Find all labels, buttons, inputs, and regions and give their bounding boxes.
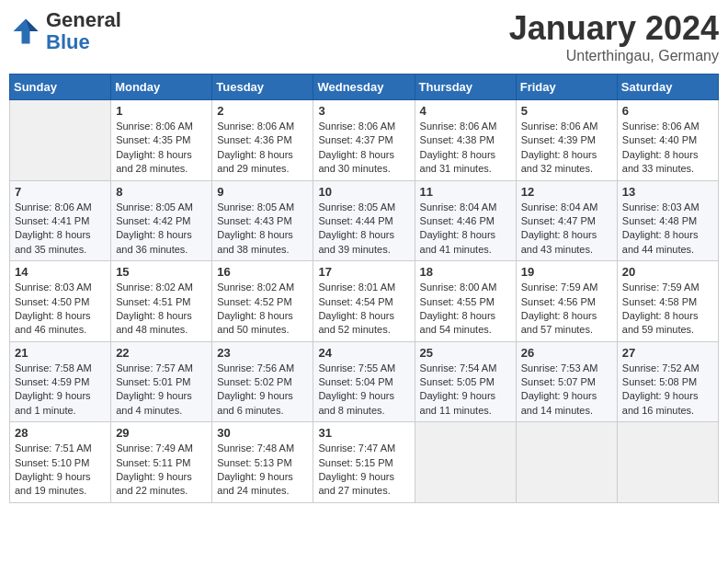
day-info: Sunrise: 8:06 AMSunset: 4:35 PMDaylight:… (116, 120, 207, 177)
day-number: 18 (420, 265, 511, 279)
calendar-cell: 23Sunrise: 7:56 AMSunset: 5:02 PMDayligh… (212, 341, 313, 422)
calendar-cell: 28Sunrise: 7:51 AMSunset: 5:10 PMDayligh… (10, 422, 111, 503)
day-number: 22 (116, 346, 207, 360)
day-info: Sunrise: 8:05 AMSunset: 4:43 PMDaylight:… (217, 201, 308, 258)
day-number: 19 (521, 265, 612, 279)
day-number: 9 (217, 185, 308, 199)
day-number: 29 (116, 426, 207, 440)
calendar-cell: 10Sunrise: 8:05 AMSunset: 4:44 PMDayligh… (313, 180, 415, 261)
day-info: Sunrise: 8:05 AMSunset: 4:44 PMDaylight:… (318, 201, 409, 258)
day-number: 25 (420, 346, 511, 360)
calendar-cell (10, 100, 111, 181)
day-number: 3 (318, 104, 409, 118)
day-number: 16 (217, 265, 308, 279)
month-title: January 2024 (509, 9, 719, 48)
header-friday: Friday (516, 75, 617, 100)
day-info: Sunrise: 8:06 AMSunset: 4:37 PMDaylight:… (318, 120, 409, 177)
day-number: 27 (622, 346, 713, 360)
day-info: Sunrise: 8:05 AMSunset: 4:42 PMDaylight:… (116, 201, 207, 258)
calendar-cell: 15Sunrise: 8:02 AMSunset: 4:51 PMDayligh… (111, 261, 212, 342)
calendar-cell: 14Sunrise: 8:03 AMSunset: 4:50 PMDayligh… (10, 261, 111, 342)
calendar-cell (617, 422, 718, 503)
day-number: 11 (420, 185, 511, 199)
calendar-cell: 19Sunrise: 7:59 AMSunset: 4:56 PMDayligh… (516, 261, 617, 342)
header-wednesday: Wednesday (313, 75, 415, 100)
logo-blue: Blue (46, 30, 90, 53)
day-info: Sunrise: 7:49 AMSunset: 5:11 PMDaylight:… (116, 442, 207, 499)
day-info: Sunrise: 7:51 AMSunset: 5:10 PMDaylight:… (15, 442, 106, 499)
calendar-cell: 2Sunrise: 8:06 AMSunset: 4:36 PMDaylight… (212, 100, 313, 181)
calendar-cell: 5Sunrise: 8:06 AMSunset: 4:39 PMDaylight… (516, 100, 617, 181)
calendar-cell: 13Sunrise: 8:03 AMSunset: 4:48 PMDayligh… (617, 180, 718, 261)
title-block: January 2024 Unterthingau, Germany (509, 9, 719, 64)
day-number: 7 (15, 185, 106, 199)
day-number: 15 (116, 265, 207, 279)
calendar-table: SundayMondayTuesdayWednesdayThursdayFrid… (9, 74, 719, 503)
day-info: Sunrise: 7:59 AMSunset: 4:56 PMDaylight:… (521, 281, 612, 338)
day-info: Sunrise: 8:03 AMSunset: 4:48 PMDaylight:… (622, 201, 713, 258)
day-info: Sunrise: 7:53 AMSunset: 5:07 PMDaylight:… (521, 362, 612, 419)
day-info: Sunrise: 8:02 AMSunset: 4:52 PMDaylight:… (217, 281, 308, 338)
calendar-cell: 22Sunrise: 7:57 AMSunset: 5:01 PMDayligh… (111, 341, 212, 422)
calendar-cell: 21Sunrise: 7:58 AMSunset: 4:59 PMDayligh… (10, 341, 111, 422)
day-info: Sunrise: 7:48 AMSunset: 5:13 PMDaylight:… (217, 442, 308, 499)
day-info: Sunrise: 7:55 AMSunset: 5:04 PMDaylight:… (318, 362, 409, 419)
calendar-cell: 24Sunrise: 7:55 AMSunset: 5:04 PMDayligh… (313, 341, 415, 422)
day-info: Sunrise: 7:56 AMSunset: 5:02 PMDaylight:… (217, 362, 308, 419)
calendar-week-3: 14Sunrise: 8:03 AMSunset: 4:50 PMDayligh… (10, 261, 719, 342)
calendar-week-5: 28Sunrise: 7:51 AMSunset: 5:10 PMDayligh… (10, 422, 719, 503)
day-info: Sunrise: 8:04 AMSunset: 4:46 PMDaylight:… (420, 201, 511, 258)
location-title: Unterthingau, Germany (509, 48, 719, 64)
day-number: 21 (15, 346, 106, 360)
calendar-cell: 17Sunrise: 8:01 AMSunset: 4:54 PMDayligh… (313, 261, 415, 342)
calendar-cell: 30Sunrise: 7:48 AMSunset: 5:13 PMDayligh… (212, 422, 313, 503)
day-number: 6 (622, 104, 713, 118)
day-number: 23 (217, 346, 308, 360)
day-number: 10 (318, 185, 409, 199)
day-number: 2 (217, 104, 308, 118)
calendar-cell: 3Sunrise: 8:06 AMSunset: 4:37 PMDaylight… (313, 100, 415, 181)
logo-icon (9, 15, 42, 48)
day-info: Sunrise: 8:06 AMSunset: 4:38 PMDaylight:… (420, 120, 511, 177)
day-number: 13 (622, 185, 713, 199)
day-info: Sunrise: 7:54 AMSunset: 5:05 PMDaylight:… (420, 362, 511, 419)
header-monday: Monday (111, 75, 212, 100)
day-number: 26 (521, 346, 612, 360)
header-saturday: Saturday (617, 75, 718, 100)
calendar-cell (516, 422, 617, 503)
logo-text: General Blue (46, 9, 121, 53)
calendar-header-row: SundayMondayTuesdayWednesdayThursdayFrid… (10, 75, 719, 100)
day-info: Sunrise: 7:52 AMSunset: 5:08 PMDaylight:… (622, 362, 713, 419)
day-info: Sunrise: 8:06 AMSunset: 4:40 PMDaylight:… (622, 120, 713, 177)
calendar-cell: 18Sunrise: 8:00 AMSunset: 4:55 PMDayligh… (415, 261, 516, 342)
day-number: 24 (318, 346, 409, 360)
calendar-cell: 8Sunrise: 8:05 AMSunset: 4:42 PMDaylight… (111, 180, 212, 261)
day-number: 14 (15, 265, 106, 279)
calendar-cell: 31Sunrise: 7:47 AMSunset: 5:15 PMDayligh… (313, 422, 415, 503)
day-number: 4 (420, 104, 511, 118)
day-info: Sunrise: 8:06 AMSunset: 4:36 PMDaylight:… (217, 120, 308, 177)
day-info: Sunrise: 7:47 AMSunset: 5:15 PMDaylight:… (318, 442, 409, 499)
day-number: 17 (318, 265, 409, 279)
calendar-week-4: 21Sunrise: 7:58 AMSunset: 4:59 PMDayligh… (10, 341, 719, 422)
header-thursday: Thursday (415, 75, 516, 100)
day-info: Sunrise: 8:01 AMSunset: 4:54 PMDaylight:… (318, 281, 409, 338)
day-number: 20 (622, 265, 713, 279)
day-info: Sunrise: 8:00 AMSunset: 4:55 PMDaylight:… (420, 281, 511, 338)
calendar-cell: 25Sunrise: 7:54 AMSunset: 5:05 PMDayligh… (415, 341, 516, 422)
logo-general: General (46, 8, 121, 31)
day-number: 31 (318, 426, 409, 440)
day-info: Sunrise: 8:06 AMSunset: 4:39 PMDaylight:… (521, 120, 612, 177)
calendar-cell: 29Sunrise: 7:49 AMSunset: 5:11 PMDayligh… (111, 422, 212, 503)
calendar-cell: 16Sunrise: 8:02 AMSunset: 4:52 PMDayligh… (212, 261, 313, 342)
calendar-week-2: 7Sunrise: 8:06 AMSunset: 4:41 PMDaylight… (10, 180, 719, 261)
calendar-cell: 9Sunrise: 8:05 AMSunset: 4:43 PMDaylight… (212, 180, 313, 261)
day-number: 12 (521, 185, 612, 199)
page-header: General Blue January 2024 Unterthingau, … (9, 9, 719, 64)
day-info: Sunrise: 8:03 AMSunset: 4:50 PMDaylight:… (15, 281, 106, 338)
logo: General Blue (9, 9, 121, 53)
calendar-cell (415, 422, 516, 503)
calendar-cell: 20Sunrise: 7:59 AMSunset: 4:58 PMDayligh… (617, 261, 718, 342)
day-number: 30 (217, 426, 308, 440)
calendar-cell: 4Sunrise: 8:06 AMSunset: 4:38 PMDaylight… (415, 100, 516, 181)
